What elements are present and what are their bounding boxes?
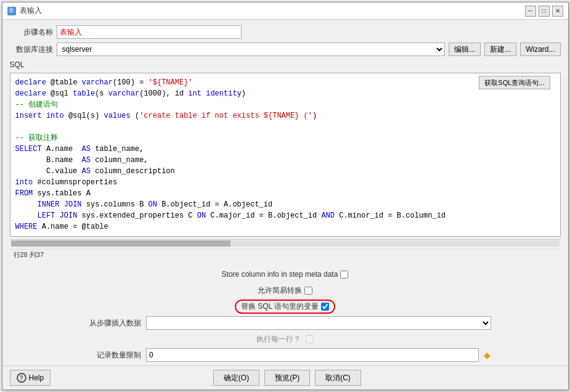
window-title: 表输入 [20,6,42,16]
minimize-button[interactable]: ─ [525,6,536,17]
execute-each-row: 执行每一行？ [7,332,563,346]
record-limit-input[interactable] [146,348,479,362]
scroll-thumb [11,240,230,247]
preview-button[interactable]: 预览(P) [264,370,310,386]
ok-button[interactable]: 确定(O) [213,370,259,386]
store-meta-checkbox[interactable] [340,271,348,279]
store-meta-row: Store column info in step meta data [7,267,563,281]
sql-label: SQL [10,60,25,69]
from-step-label: 从步骤插入数据 [79,318,141,329]
help-button[interactable]: ? Help [10,370,51,386]
replace-vars-checkbox[interactable] [321,303,329,311]
cancel-button[interactable]: 取消(C) [315,370,361,386]
edit-button[interactable]: 编辑... [449,43,481,56]
db-connection-select[interactable]: sqlserver [57,43,446,56]
diamond-icon: ◆ [484,350,491,360]
new-button[interactable]: 新建... [484,43,516,56]
scroll-track [11,240,560,247]
window-icon: 表 [7,7,16,15]
store-meta-group: Store column info in step meta data [222,270,349,279]
step-name-row: 步骤名称 [10,25,561,39]
replace-vars-oval: 替换 SQL 语句里的变量 [235,300,335,314]
replace-vars-label: 替换 SQL 语句里的变量 [241,301,319,312]
step-name-label: 步骤名称 [10,27,53,38]
maximize-button[interactable]: □ [539,6,550,17]
execute-each-label: 执行每一行？ [256,334,301,345]
from-step-row: 从步骤插入数据 [7,316,563,330]
main-content: 步骤名称 数据库连接 sqlserver 编辑... 新建... Wizard.… [2,20,568,264]
record-limit-row: 记录数量限制 ◆ [7,348,563,362]
store-meta-label: Store column info in step meta data [222,270,338,279]
status-bar: 行28 列37 [10,249,561,260]
wizard-button[interactable]: Wizard... [520,43,560,56]
db-connection-row: 数据库连接 sqlserver 编辑... 新建... Wizard... [10,42,561,57]
footer-center: 确定(O) 预览(P) 取消(C) [213,370,361,386]
horizontal-scrollbar[interactable] [10,239,561,247]
footer-left: ? Help [10,370,51,386]
help-label: Help [29,374,44,382]
from-step-select[interactable] [146,316,491,330]
execute-each-checkbox [306,335,314,343]
help-circle-icon: ? [17,373,26,383]
allow-lazy-row: 允许简易转换 [7,284,563,297]
bottom-form: Store column info in step meta data 允许简易… [2,264,568,365]
allow-lazy-checkbox[interactable] [304,287,312,295]
record-limit-label: 记录数量限制 [79,350,141,361]
close-button[interactable]: ✕ [552,6,563,17]
footer: ? Help 确定(O) 预览(P) 取消(C) [2,365,568,390]
allow-lazy-label: 允许简易转换 [258,285,302,296]
sql-editor[interactable]: declare @table varchar(100) = '${TNAME}'… [10,73,560,236]
title-bar-left: 表 表输入 [7,6,42,16]
allow-lazy-group: 允许简易转换 [258,285,312,296]
sql-area: 获取SQL查询语句... declare @table varchar(100)… [10,73,561,237]
replace-vars-row: 替换 SQL 语句里的变量 [7,300,563,314]
sql-section-header: SQL [10,59,561,70]
step-name-input[interactable] [57,25,242,39]
title-bar: 表 表输入 ─ □ ✕ [2,2,568,20]
db-connection-label: 数据库连接 [10,44,53,55]
main-window: 表 表输入 ─ □ ✕ 步骤名称 数据库连接 sqlserver 编辑... 新… [2,2,569,390]
title-bar-buttons: ─ □ ✕ [525,6,563,17]
get-sql-button[interactable]: 获取SQL查询语句... [479,76,550,89]
cursor-position: 行28 列37 [14,250,44,259]
